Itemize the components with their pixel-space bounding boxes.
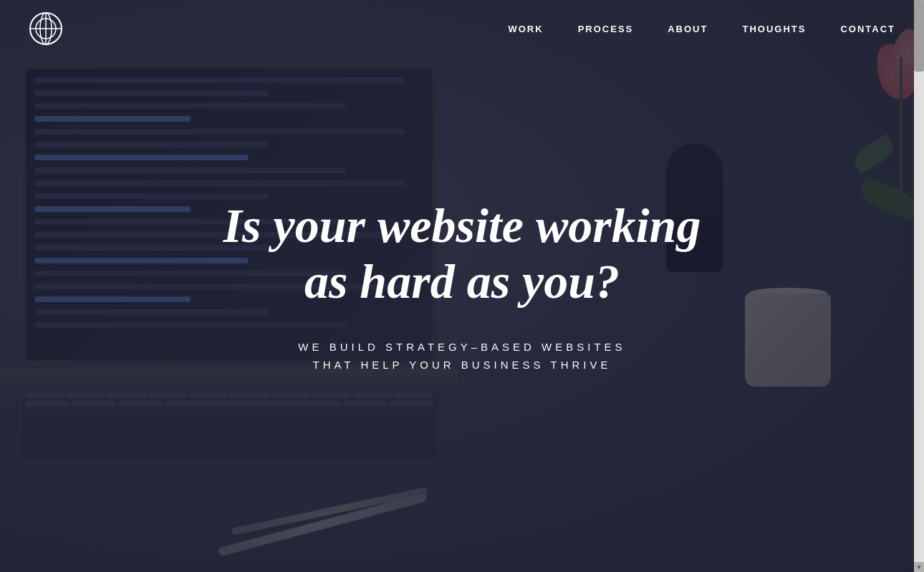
nav-item-about[interactable]: ABOUT: [668, 22, 708, 35]
nav-link-work[interactable]: WORK: [508, 24, 543, 34]
nav-item-process[interactable]: PROCESS: [578, 22, 634, 35]
scrollbar-arrow-down[interactable]: ▼: [914, 562, 924, 572]
nav-item-thoughts[interactable]: THOUGHTS: [742, 22, 806, 35]
nav-link-contact[interactable]: CONTACT: [840, 24, 895, 34]
nav-item-contact[interactable]: CONTACT: [840, 22, 895, 35]
nav-item-work[interactable]: WORK: [508, 22, 543, 35]
hero-heading: Is your website working as hard as you?: [175, 198, 749, 309]
nav-links: WORK PROCESS ABOUT THOUGHTS CONTACT: [508, 22, 895, 35]
nav-link-about[interactable]: ABOUT: [668, 24, 708, 34]
hero-section: WORK PROCESS ABOUT THOUGHTS CONTACT Is y…: [0, 0, 924, 572]
hero-subheading-line2: THAT HELP YOUR BUSINESS THRIVE: [312, 359, 611, 372]
hero-heading-line2: as hard as you?: [304, 254, 620, 309]
scrollbar[interactable]: ▲ ▼: [914, 0, 924, 572]
nav-link-thoughts[interactable]: THOUGHTS: [742, 24, 806, 34]
hero-subheading: WE BUILD STRATEGY–BASED WEBSITES THAT HE…: [175, 338, 749, 374]
logo[interactable]: [29, 11, 63, 46]
scrollbar-thumb[interactable]: [914, 0, 924, 72]
hero-subheading-line1: WE BUILD STRATEGY–BASED WEBSITES: [298, 341, 625, 353]
hero-heading-line1: Is your website working: [223, 198, 701, 253]
hero-content: Is your website working as hard as you? …: [175, 198, 749, 374]
navbar: WORK PROCESS ABOUT THOUGHTS CONTACT: [0, 0, 924, 57]
nav-link-process[interactable]: PROCESS: [578, 24, 634, 34]
